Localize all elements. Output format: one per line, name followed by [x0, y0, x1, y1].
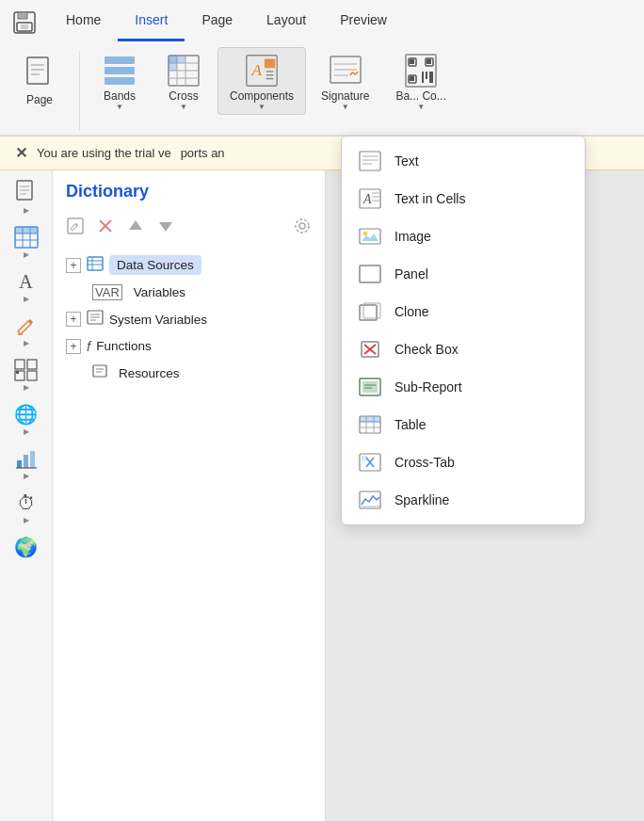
crosstab-menu-icon [357, 451, 383, 474]
tab-layout[interactable]: Layout [250, 0, 323, 41]
signature-icon [327, 52, 364, 89]
tree-item-functions[interactable]: + f Functions [53, 333, 325, 359]
menu-item-sparkline[interactable]: Sparkline [342, 481, 585, 519]
svg-rect-54 [27, 371, 37, 380]
menu-image-label: Image [394, 229, 431, 244]
menu-item-image[interactable]: Image [342, 217, 585, 255]
menu-item-checkbox[interactable]: Check Box [342, 330, 585, 368]
datasources-icon [87, 256, 104, 275]
barcode-arrow: ▼ [417, 103, 425, 111]
ribbon-barcode-button[interactable]: Ba... Co... ▼ [384, 47, 457, 115]
svg-rect-17 [169, 56, 177, 63]
datasources-expand-icon[interactable]: + [66, 258, 81, 273]
side-chart-icon [11, 445, 41, 472]
tree-item-datasources[interactable]: + Data Sources [53, 250, 325, 280]
tree-item-system-variables[interactable]: + System Variables [53, 305, 325, 333]
tree-item-resources[interactable]: Resources [53, 359, 325, 387]
variables-icon: VAR [92, 284, 122, 300]
svg-rect-78 [360, 152, 380, 170]
side-icon-clock[interactable]: ⏱ ▶ [4, 486, 48, 528]
ribbon-cross-button[interactable]: Cross ▼ [153, 47, 214, 115]
menu-item-table[interactable]: Table [342, 406, 585, 443]
side-icon-page[interactable]: ▶ [4, 176, 48, 218]
menu-panel-label: Panel [394, 266, 428, 282]
dict-move-up-button[interactable] [122, 213, 149, 239]
trial-text-suffix: ports an [181, 146, 225, 160]
side-world-icon: 🌍 [11, 534, 41, 560]
menu-text-cells-label: Text in Cells [394, 191, 465, 206]
ribbon-bands-label: Bands [104, 89, 136, 103]
menu-text-label: Text [394, 153, 419, 169]
table-menu-icon [357, 413, 383, 436]
tab-preview[interactable]: Preview [323, 0, 404, 41]
side-icon-text[interactable]: A ▶ [4, 265, 48, 307]
svg-rect-3 [21, 24, 28, 29]
system-variables-icon [87, 310, 104, 329]
functions-expand-icon[interactable]: + [66, 339, 81, 354]
tab-page[interactable]: Page [185, 0, 250, 41]
side-table-icon [11, 224, 41, 250]
side-icon-chart[interactable]: ▶ [4, 442, 48, 484]
ribbon-signature-button[interactable]: Signature ▼ [310, 47, 380, 115]
panel-menu-icon [357, 263, 383, 285]
svg-point-66 [296, 219, 309, 233]
svg-rect-87 [360, 229, 380, 244]
side-chart-arrow: ▶ [24, 472, 29, 480]
svg-rect-56 [17, 460, 22, 468]
menu-checkbox-label: Check Box [394, 342, 459, 357]
menu-item-subreport[interactable]: Sub-Report [342, 368, 585, 406]
ribbon-cross-label: Cross [169, 89, 198, 103]
svg-rect-57 [24, 455, 28, 468]
menu-item-text-cells[interactable]: A Text in Cells [342, 180, 585, 217]
svg-rect-22 [265, 58, 275, 68]
tab-home[interactable]: Home [49, 0, 118, 41]
svg-rect-58 [30, 451, 35, 468]
dict-settings-button[interactable] [289, 213, 315, 239]
side-icon-edit[interactable]: ▶ [4, 309, 48, 351]
side-text-arrow: ▶ [24, 295, 29, 303]
dict-delete-button[interactable] [92, 213, 119, 239]
resources-icon [92, 363, 107, 382]
dictionary-tree: + Data Sources VAR Variables + [53, 247, 325, 821]
menu-item-clone[interactable]: Clone [342, 293, 585, 330]
menu-item-panel[interactable]: Panel [342, 255, 585, 293]
ribbon-bands-button[interactable]: Bands ▼ [89, 47, 150, 115]
svg-rect-18 [169, 63, 177, 71]
signature-arrow: ▼ [342, 103, 349, 111]
dict-move-down-button[interactable] [153, 213, 179, 239]
menu-item-crosstab[interactable]: Cross-Tab [342, 443, 585, 481]
tree-variables-label: Variables [134, 285, 185, 299]
barcode-icon [402, 52, 440, 89]
side-icon-table[interactable]: ▶ [4, 220, 48, 263]
side-icon-world[interactable]: 🌍 [4, 530, 48, 564]
menu-item-text[interactable]: Text [342, 142, 585, 180]
svg-rect-36 [410, 76, 414, 81]
save-button[interactable] [9, 8, 40, 38]
side-edit-icon [11, 313, 41, 339]
svg-rect-38 [426, 72, 427, 79]
ribbon-page-button[interactable]: Page [9, 47, 70, 115]
system-variables-expand-icon[interactable]: + [66, 312, 81, 327]
text-cells-menu-icon: A [357, 187, 383, 210]
tree-datasources-label: Data Sources [109, 255, 201, 275]
dict-edit-button[interactable] [62, 213, 89, 239]
svg-marker-64 [159, 222, 172, 232]
ribbon-components-button[interactable]: A Components ▼ [217, 47, 306, 115]
tab-insert[interactable]: Insert [118, 0, 185, 41]
side-icon-panel: ▶ ▶ A ▶ [0, 170, 53, 821]
side-clock-icon: ⏱ [11, 490, 41, 516]
cross-arrow: ▼ [180, 103, 187, 111]
bands-arrow: ▼ [116, 103, 123, 111]
svg-point-88 [363, 232, 368, 236]
tree-item-variables[interactable]: VAR Variables [53, 280, 325, 305]
side-icon-grid[interactable]: ▶ [4, 353, 48, 395]
side-text-icon: A [11, 268, 41, 295]
ribbon-sep-1 [79, 51, 80, 131]
trial-close-button[interactable]: ✕ [15, 144, 27, 162]
side-edit-arrow: ▶ [24, 339, 29, 347]
checkbox-menu-icon [357, 338, 383, 361]
trial-text: You are using the trial ve [37, 146, 171, 160]
side-icon-globe[interactable]: 🌐 ▶ [4, 397, 48, 440]
menu-subreport-label: Sub-Report [394, 379, 462, 394]
text-menu-icon [357, 150, 383, 172]
